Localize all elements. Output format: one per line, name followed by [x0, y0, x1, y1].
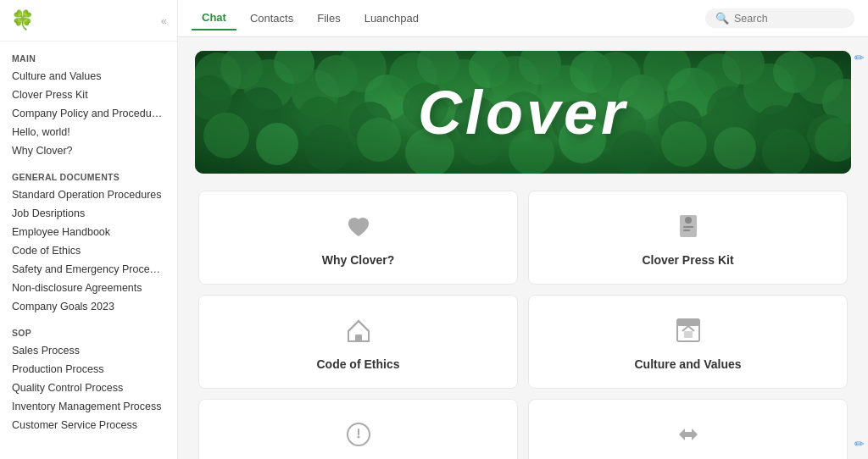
sidebar-item-inventory-mgmt[interactable]: Inventory Management Process [0, 397, 177, 416]
sidebar-item-safety-emergency[interactable]: Safety and Emergency Procedures [0, 260, 177, 279]
sop-icon [674, 420, 703, 453]
card-culture-values[interactable]: Culture and Values [528, 295, 848, 389]
main-area: Chat Contacts Files Luanchpad 🔍 [178, 0, 868, 459]
sidebar-header: 🍀 « [0, 0, 177, 41]
search-input[interactable] [734, 13, 844, 25]
svg-rect-59 [684, 331, 693, 338]
sidebar-item-production-process[interactable]: Production Process [0, 360, 177, 379]
svg-rect-54 [683, 226, 693, 228]
sidebar-item-customer-service[interactable]: Customer Service Process [0, 416, 177, 434]
svg-point-39 [203, 113, 249, 158]
tab-chat[interactable]: Chat [192, 6, 236, 30]
tab-luanchpad[interactable]: Luanchpad [354, 7, 429, 30]
edit-icon[interactable]: ✏ [854, 51, 865, 64]
sidebar-section-main-label: MAIN [0, 41, 177, 67]
card-code-ethics[interactable]: Code of Ethics [198, 295, 518, 389]
card-why-clover-label: Why Clover? [322, 253, 395, 267]
sidebar-general-section: GENERAL DOCUMENTS Standard Operation Pro… [0, 160, 177, 316]
card-culture-values-label: Culture and Values [634, 357, 741, 371]
bottom-edit-icon[interactable]: ✏ [854, 437, 865, 451]
card-clover-press-kit-label: Clover Press Kit [642, 253, 733, 267]
svg-rect-55 [683, 230, 690, 231]
why-clover-icon [344, 212, 373, 245]
search-icon: 🔍 [715, 12, 729, 25]
sidebar-item-standard-op[interactable]: Standard Operation Procedures [0, 185, 177, 204]
cards-grid: Why Clover? Clover Press Kit [195, 191, 851, 459]
sidebar-item-hello-world[interactable]: Hello, world! [0, 123, 177, 141]
svg-point-48 [661, 121, 707, 167]
tab-files[interactable]: Files [307, 7, 350, 30]
svg-rect-56 [355, 335, 362, 341]
svg-point-40 [256, 123, 298, 165]
sidebar-item-company-goals[interactable]: Company Goals 2023 [0, 297, 177, 316]
svg-point-49 [714, 127, 756, 169]
sidebar-item-why-clover[interactable]: Why Clover? [0, 141, 177, 160]
sidebar-section-sop-label: SOP [0, 316, 177, 341]
sidebar-item-company-policy[interactable]: Company Policy and Procedures [0, 104, 177, 123]
svg-point-41 [304, 124, 352, 172]
clover-press-kit-icon [674, 212, 703, 245]
app-logo: 🍀 [10, 8, 34, 32]
main-content: Clover ✏ Why Clover? [178, 37, 868, 459]
code-ethics-icon [344, 316, 373, 349]
sidebar-sop-section: SOP Sales Process Production Process Qua… [0, 316, 177, 434]
tab-contacts[interactable]: Contacts [240, 7, 303, 30]
sidebar-item-sales-process[interactable]: Sales Process [0, 341, 177, 360]
hero-banner: Clover [195, 51, 851, 174]
sidebar-collapse-button[interactable]: « [161, 14, 167, 27]
search-bar: 🔍 [705, 8, 854, 28]
sidebar-item-job-desriptions[interactable]: Job Desriptions [0, 204, 177, 223]
culture-values-icon [674, 316, 703, 349]
svg-point-62 [357, 436, 359, 439]
hero-title: Clover [418, 78, 628, 147]
sidebar-item-non-disclosure[interactable]: Non-disclosure Agreements [0, 279, 177, 297]
card-why-clover[interactable]: Why Clover? [198, 191, 518, 285]
svg-point-42 [357, 118, 401, 162]
company-goals-icon [344, 420, 373, 453]
sidebar-main-section: MAIN Culture and Values Clover Press Kit… [0, 41, 177, 160]
sidebar-item-quality-control[interactable]: Quality Control Process [0, 379, 177, 397]
sidebar: 🍀 « MAIN Culture and Values Clover Press… [0, 0, 178, 459]
svg-point-53 [685, 217, 692, 224]
sidebar-item-culture-values[interactable]: Culture and Values [0, 67, 177, 86]
sidebar-item-code-ethics[interactable]: Code of Ethics [0, 241, 177, 260]
sidebar-section-general-label: GENERAL DOCUMENTS [0, 160, 177, 185]
card-company-goals[interactable]: Company Goals 2023 [198, 399, 518, 459]
card-clover-press-kit[interactable]: Clover Press Kit [528, 191, 848, 285]
sidebar-item-employee-handbook[interactable]: Employee Handbook [0, 223, 177, 241]
top-navigation: Chat Contacts Files Luanchpad 🔍 [178, 0, 868, 37]
sidebar-item-clover-press-kit[interactable]: Clover Press Kit [0, 86, 177, 104]
card-sop[interactable]: SOP [528, 399, 848, 459]
card-code-ethics-label: Code of Ethics [316, 357, 399, 371]
